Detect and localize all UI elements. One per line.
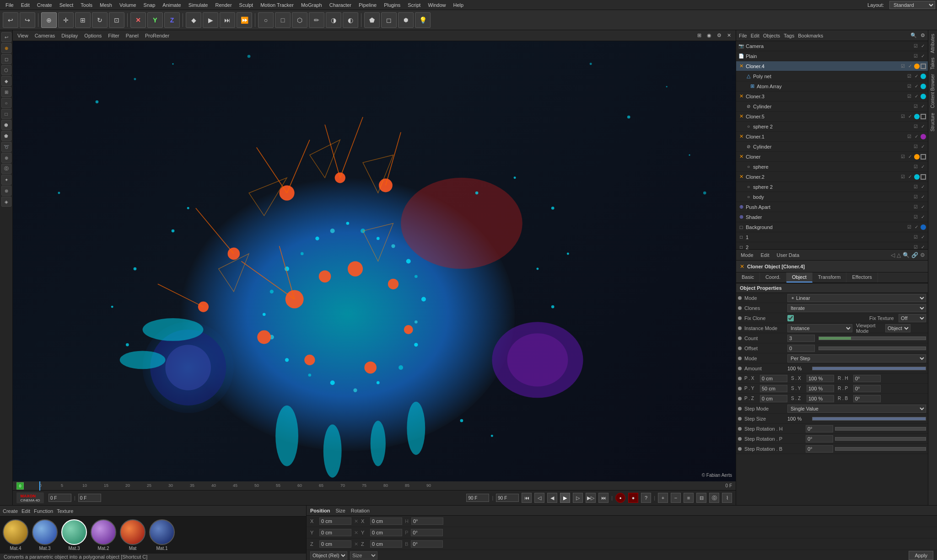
coord-x-size[interactable]: [370, 517, 402, 525]
coord-y-rot[interactable]: [411, 529, 443, 536]
obj-row-shader[interactable]: ⊗ Shader ☑ ✓: [736, 212, 928, 222]
om-edit[interactable]: Edit: [751, 33, 759, 38]
cloner1-vis-1[interactable]: ☑: [906, 133, 912, 140]
menu-create[interactable]: Create: [33, 2, 56, 8]
attr-next-icon[interactable]: △: [897, 252, 901, 258]
next-key-button[interactable]: ▷: [573, 493, 583, 503]
frame-display[interactable]: [78, 494, 101, 502]
sphere2c5-vis-2[interactable]: ✓: [920, 123, 926, 130]
attr-viewportmode-dropdown[interactable]: Object: [885, 324, 910, 332]
shader-vis-1[interactable]: ☑: [912, 214, 919, 220]
left-tool-11[interactable]: ➰: [1, 142, 11, 152]
attr-sx-input[interactable]: [807, 375, 834, 382]
rotate-tool-button[interactable]: ↻: [92, 12, 108, 28]
obj-row-cloner1[interactable]: ✕ Cloner.1 ☑ ✓: [736, 132, 928, 142]
right-tab-takes[interactable]: Takes: [929, 56, 936, 71]
left-tool-13[interactable]: ⓪: [1, 164, 11, 174]
left-tool-16[interactable]: ◈: [1, 197, 11, 207]
attr-steprotH-input[interactable]: [806, 425, 833, 432]
grid-button[interactable]: ⬟: [364, 12, 380, 28]
attr-pz-input[interactable]: [760, 395, 787, 402]
auto-record-button[interactable]: ●: [628, 493, 638, 503]
vp-filter-menu[interactable]: Filter: [106, 33, 121, 38]
right-tab-structure[interactable]: Structure: [929, 111, 936, 133]
right-tab-content-browser[interactable]: Content Browser: [929, 72, 936, 110]
camera-button[interactable]: ⬢: [398, 12, 414, 28]
plain-vis-1[interactable]: ☑: [912, 53, 919, 59]
cloner2-vis-1[interactable]: ☑: [899, 174, 906, 180]
cylinder1-vis-1[interactable]: ☑: [912, 103, 919, 110]
obj-row-pushapart[interactable]: ⊕ Push Apart ☑ ✓: [736, 202, 928, 212]
obj-row-atomarray[interactable]: ⊞ Atom Array ☑ ✓: [736, 81, 928, 91]
attr-rh-input[interactable]: [853, 375, 881, 382]
attr-tab-basic[interactable]: Basic: [736, 272, 760, 283]
light-button[interactable]: 💡: [415, 12, 431, 28]
obj-row-cloner2[interactable]: ✕ Cloner.2 ☑ ✓: [736, 172, 928, 182]
x-axis-button[interactable]: ✕: [130, 12, 146, 28]
vp-options-menu[interactable]: Options: [82, 33, 103, 38]
layout-dropdown[interactable]: Standard: [889, 1, 935, 9]
cylinder2-vis-1[interactable]: ☑: [912, 144, 919, 150]
attr-rp-input[interactable]: [853, 385, 881, 392]
atomarray-vis-1[interactable]: ☑: [906, 83, 912, 90]
mat2-vis-2[interactable]: ✓: [920, 244, 926, 250]
polynet-vis-1[interactable]: ☑: [906, 73, 912, 80]
menu-simulate[interactable]: Simulate: [185, 2, 212, 8]
left-tool-8[interactable]: □: [1, 109, 11, 119]
mat-create[interactable]: Create: [3, 508, 18, 514]
attr-count-slider[interactable]: [819, 336, 926, 340]
redo-button[interactable]: ↪: [20, 12, 35, 28]
menu-motiontracker[interactable]: Motion Tracker: [257, 2, 297, 8]
attr-tab-effectors[interactable]: Effectors: [846, 272, 878, 283]
cloner5-vis-1[interactable]: ☑: [899, 113, 906, 120]
coord-y-size[interactable]: [370, 529, 402, 536]
om-objects[interactable]: Objects: [763, 33, 780, 38]
menu-edit[interactable]: Edit: [17, 2, 33, 8]
mat-function[interactable]: Function: [34, 508, 53, 514]
om-file[interactable]: File: [739, 33, 747, 38]
plain-vis-2[interactable]: ✓: [920, 53, 926, 59]
menu-sculpt[interactable]: Sculpt: [236, 2, 257, 8]
viewport-canvas[interactable]: © Fabian Aerts: [13, 41, 736, 481]
cloner4-vis-1[interactable]: ☑: [899, 63, 906, 69]
cloner2-vis-2[interactable]: ✓: [907, 174, 913, 180]
timeline-view-button[interactable]: ≡: [684, 493, 694, 503]
menu-pipeline[interactable]: Pipeline: [355, 2, 380, 8]
poly-mode-button[interactable]: ⬡: [292, 12, 307, 28]
mat2-vis-1[interactable]: ☑: [912, 244, 919, 250]
attr-tab-object[interactable]: Object: [786, 272, 813, 283]
coord-z-pos[interactable]: [319, 540, 351, 548]
attr-mode-button[interactable]: Mode: [739, 252, 755, 258]
vp-display-menu[interactable]: Display: [59, 33, 80, 38]
object-list[interactable]: 📷 Camera ☑ ✓ 📄 Plain ☑: [736, 41, 928, 249]
menu-help[interactable]: Help: [450, 2, 468, 8]
goto-end-button[interactable]: ⏭: [598, 493, 609, 503]
cloner-vis-2[interactable]: ✓: [907, 154, 913, 160]
left-tool-4[interactable]: ⬡: [1, 65, 11, 75]
mirror-button[interactable]: ◑: [326, 12, 341, 28]
cylinder1-vis-2[interactable]: ✓: [920, 103, 926, 110]
obj-row-mat1[interactable]: □ 1 ☑ ✓: [736, 232, 928, 242]
material-item-mat2[interactable]: Mat.2: [91, 519, 116, 551]
cloner-vis-1[interactable]: ☑: [899, 154, 906, 160]
coord-x-pos[interactable]: [319, 517, 351, 525]
attr-clones-dropdown[interactable]: Iterate: [787, 304, 926, 312]
attr-steprotB-slider[interactable]: [835, 447, 926, 451]
obj-row-body[interactable]: ○ body ☑ ✓: [736, 192, 928, 202]
background-vis-1[interactable]: ☑: [906, 224, 912, 230]
obj-row-cylinder2[interactable]: ⊘ Cylinder ☑ ✓: [736, 142, 928, 152]
playhead[interactable]: [39, 481, 40, 491]
left-tool-15[interactable]: ⊗: [1, 186, 11, 196]
attr-edit-button[interactable]: Edit: [759, 252, 771, 258]
cylinder2-vis-2[interactable]: ✓: [920, 144, 926, 150]
attr-settings-icon[interactable]: ⚙: [920, 252, 925, 258]
render-region-button[interactable]: ▶: [203, 12, 218, 28]
attr-px-input[interactable]: [760, 375, 787, 382]
material-item-mat4[interactable]: Mat.4: [3, 519, 28, 551]
camera-vis-2[interactable]: ✓: [920, 43, 926, 49]
left-tool-9[interactable]: ⬢: [1, 120, 11, 130]
motion-track-button[interactable]: ⓪: [709, 493, 719, 503]
next-frame-button[interactable]: ▶▷: [586, 493, 596, 503]
attr-py-input[interactable]: [760, 385, 787, 392]
prev-key-button[interactable]: ◀: [547, 493, 557, 503]
